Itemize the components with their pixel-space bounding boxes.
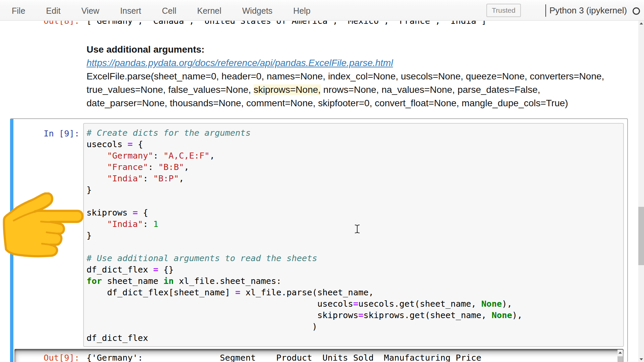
code-line: # Create dicts for the arguments — [87, 127, 621, 138]
code-token: skiprows.get(sheet_name, — [363, 310, 491, 320]
menu-view[interactable]: View — [71, 1, 110, 21]
markdown-cell[interactable]: Use additional arguments: https://pandas… — [87, 43, 625, 110]
code-line: } — [87, 230, 621, 241]
menu-help[interactable]: Help — [283, 1, 321, 21]
output-area[interactable]: Out[9]: {'Germany': Segment Product Unit… — [14, 349, 624, 362]
code-token-str: "India" — [107, 219, 143, 229]
menu-edit[interactable]: Edit — [36, 1, 71, 21]
output-text: {'Germany': Segment Product Units Sold M… — [87, 352, 481, 362]
code-token-op: = — [127, 139, 132, 149]
output-prompt: Out[9]: — [14, 352, 79, 362]
code-line: "India": 1 — [87, 218, 621, 230]
highlighted-text: skiprows=None, — [254, 84, 321, 95]
code-token: ) — [87, 321, 317, 331]
menubar: FileEditViewInsertCellKernelWidgetsHelp … — [0, 0, 644, 21]
code-token — [87, 219, 107, 229]
code-token: } — [87, 230, 92, 240]
pointing-hand-icon — [2, 192, 85, 258]
code-token: { — [138, 207, 148, 218]
code-line: "India": "B:P", — [87, 173, 621, 184]
paragraph-text: nrows=None, na_values=None, parse_dates=… — [321, 84, 540, 95]
menu-insert[interactable]: Insert — [110, 1, 152, 21]
paragraph-text: date_parser=None, thousands=None, commen… — [87, 98, 568, 108]
scrollbar-thumb[interactable] — [638, 207, 644, 265]
menu-item: Cell — [152, 1, 187, 21]
code-token: : — [143, 173, 153, 183]
menu-item: File — [1, 1, 36, 21]
markdown-heading: Use additional arguments: — [87, 43, 625, 56]
code-token-str: "B:B" — [158, 162, 184, 172]
code-token-kw: for — [87, 276, 102, 286]
code-token-str: "B:P" — [153, 173, 179, 183]
markdown-paragraph-line: true_values=None, false_values=None, ski… — [87, 83, 625, 97]
code-line: df_dict_flex — [87, 332, 621, 344]
code-editor[interactable]: # Create dicts for the argumentsusecols … — [83, 123, 624, 347]
code-token: df_dict_flex[sheet_name] — [87, 287, 235, 297]
markdown-paragraph-line: ExcelFile.parse(sheet_name=0, header=0, … — [87, 70, 625, 83]
code-token: usecols.get(sheet_name, — [358, 299, 481, 309]
code-cell[interactable]: In [9]: # Create dicts for the arguments… — [10, 118, 628, 362]
code-token: xl_file.parse(sheet_name, — [240, 287, 374, 297]
code-token: usecols — [87, 299, 353, 309]
menu-item: Help — [283, 1, 321, 21]
trusted-button[interactable]: Trusted — [486, 4, 521, 17]
code-token: } — [87, 185, 92, 195]
code-token-kw: None — [492, 310, 512, 320]
code-token-str: "France" — [107, 162, 148, 172]
text-cursor-icon — [354, 224, 361, 234]
page-scrollbar[interactable] — [638, 21, 644, 362]
code-token-op: = — [353, 299, 358, 309]
kernel-idle-icon — [633, 7, 640, 15]
code-token: skiprows — [87, 310, 358, 320]
code-token: , — [184, 162, 189, 172]
code-token — [87, 162, 107, 172]
markdown-paragraph-line: date_parser=None, thousands=None, commen… — [87, 97, 625, 110]
output-scrollbar[interactable] — [618, 350, 623, 362]
code-token-str: "Germany" — [107, 150, 153, 161]
code-token: df_dict_flex — [87, 333, 148, 343]
code-token — [87, 150, 107, 161]
code-token: {} — [158, 264, 174, 275]
code-token: xl_file.sheet_names: — [174, 276, 281, 286]
menu-list: FileEditViewInsertCellKernelWidgetsHelp — [1, 1, 321, 21]
menu-item: View — [71, 1, 110, 21]
notebook-scroll-area: Out[8]: ['Germany', 'Canada', 'United St… — [0, 0, 638, 362]
code-line: skiprows = { — [87, 207, 621, 218]
paragraph-text: true_values=None, false_values=None, — [87, 84, 254, 95]
code-token-op: = — [133, 207, 138, 218]
code-token: : — [153, 150, 164, 161]
markdown-paragraph: ExcelFile.parse(sheet_name=0, header=0, … — [87, 70, 625, 110]
code-token-op: = — [153, 264, 158, 275]
code-line: ) — [87, 321, 621, 332]
code-token-com: # Create dicts for the arguments — [87, 128, 251, 138]
code-token-num: 1 — [153, 219, 158, 229]
code-token: sheet_name — [102, 276, 163, 286]
code-token: , — [210, 150, 215, 161]
menu-widgets[interactable]: Widgets — [232, 1, 283, 21]
output-scrollbar-up-arrow[interactable] — [618, 350, 623, 355]
code-token: : — [148, 162, 158, 172]
scrollbar-down-arrow[interactable] — [638, 356, 644, 362]
kernel-name: Python 3 (ipykernel) — [549, 0, 627, 20]
code-token: skiprows — [87, 207, 133, 218]
menu-item: Kernel — [187, 1, 232, 21]
code-line — [87, 195, 621, 207]
scrollbar-up-arrow[interactable] — [638, 21, 644, 26]
code-token: ), — [512, 310, 523, 320]
output-scrollbar-thumb[interactable] — [618, 356, 623, 362]
code-token — [87, 173, 107, 183]
code-token: : — [143, 219, 153, 229]
code-line: usecols = { — [87, 138, 621, 150]
code-line: df_dict_flex[sheet_name] = xl_file.parse… — [87, 287, 621, 298]
menu-cell[interactable]: Cell — [152, 1, 187, 21]
code-line: df_dict_flex = {} — [87, 264, 621, 275]
code-token: usecols — [87, 139, 127, 149]
code-line — [87, 241, 621, 252]
code-line: for sheet_name in xl_file.sheet_names: — [87, 275, 621, 287]
code-token: , — [179, 173, 184, 183]
pandas-docs-link[interactable]: https://pandas.pydata.org/docs/reference… — [87, 58, 393, 68]
code-token: { — [133, 139, 143, 149]
menu-kernel[interactable]: Kernel — [187, 1, 232, 21]
code-token-kw: in — [163, 276, 174, 286]
menu-file[interactable]: File — [1, 1, 36, 21]
